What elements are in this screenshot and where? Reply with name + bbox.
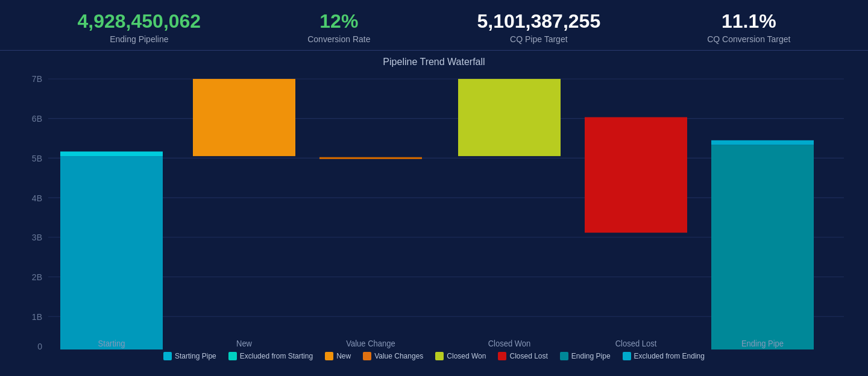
legend-ending-pipe: Ending Pipe xyxy=(560,352,611,360)
legend-label-starting-pipe: Starting Pipe xyxy=(175,352,216,360)
svg-text:1B: 1B xyxy=(32,312,42,322)
svg-text:Ending Pipe: Ending Pipe xyxy=(741,339,784,348)
legend: Starting Pipe Excluded from Starting New… xyxy=(12,352,856,360)
ending-pipe-bar xyxy=(711,145,814,350)
legend-color-new xyxy=(325,352,333,360)
legend-label-ending-pipe: Ending Pipe xyxy=(571,352,611,360)
metric-cq-conversion-target: 11.1% CQ Conversion Target xyxy=(707,11,790,44)
ending-pipeline-value: 4,928,450,062 xyxy=(78,11,201,32)
svg-text:0: 0 xyxy=(37,342,42,350)
legend-color-value-changes xyxy=(363,352,371,360)
chart-container: 7B 6B 5B 4B 3B 2B 1B 0 xyxy=(12,72,856,349)
legend-excluded-from-ending: Excluded from Ending xyxy=(623,352,705,360)
excluded-starting-bar xyxy=(60,152,163,157)
ending-pipeline-label: Ending Pipeline xyxy=(78,34,201,44)
legend-label-new: New xyxy=(336,352,351,360)
legend-label-value-changes: Value Changes xyxy=(374,352,423,360)
svg-text:6B: 6B xyxy=(32,114,42,124)
legend-label-excluded-ending: Excluded from Ending xyxy=(634,352,705,360)
waterfall-chart: 7B 6B 5B 4B 3B 2B 1B 0 xyxy=(12,72,856,349)
legend-label-closed-won: Closed Won xyxy=(447,352,486,360)
chart-title: Pipeline Trend Waterfall xyxy=(12,57,856,67)
cq-pipe-target-label: CQ Pipe Target xyxy=(477,34,601,44)
svg-text:3B: 3B xyxy=(32,233,42,243)
svg-text:Closed Lost: Closed Lost xyxy=(615,339,657,348)
starting-bar xyxy=(60,156,163,349)
metric-cq-pipe-target: 5,101,387,255 CQ Pipe Target xyxy=(477,11,601,44)
legend-excluded-from-starting: Excluded from Starting xyxy=(228,352,313,360)
excluded-ending-bar xyxy=(711,140,814,145)
legend-color-closed-won xyxy=(435,352,444,360)
legend-value-changes: Value Changes xyxy=(363,352,423,360)
legend-color-ending-pipe xyxy=(560,352,568,360)
cq-conversion-target-label: CQ Conversion Target xyxy=(707,34,790,44)
legend-closed-lost: Closed Lost xyxy=(498,352,547,360)
svg-text:Closed Won: Closed Won xyxy=(488,339,531,348)
svg-text:New: New xyxy=(236,339,252,348)
legend-label-excluded-starting: Excluded from Starting xyxy=(240,352,313,360)
legend-label-closed-lost: Closed Lost xyxy=(509,352,547,360)
legend-color-starting-pipe xyxy=(163,352,172,360)
metrics-bar: 4,928,450,062 Ending Pipeline 12% Conver… xyxy=(0,0,868,51)
conversion-rate-label: Conversion Rate xyxy=(307,34,370,44)
svg-text:4B: 4B xyxy=(32,193,42,203)
legend-color-excluded-starting xyxy=(228,352,237,360)
svg-text:Starting: Starting xyxy=(98,339,125,348)
conversion-rate-value: 12% xyxy=(307,11,370,32)
metric-ending-pipeline: 4,928,450,062 Ending Pipeline xyxy=(78,11,201,44)
closed-won-bar xyxy=(458,79,561,156)
legend-new: New xyxy=(325,352,351,360)
chart-section: Pipeline Trend Waterfall 7B 6B 5B 4B 3B … xyxy=(0,51,868,363)
cq-conversion-target-value: 11.1% xyxy=(707,11,790,32)
svg-text:2B: 2B xyxy=(32,272,42,283)
metric-conversion-rate: 12% Conversion Rate xyxy=(307,11,370,44)
cq-pipe-target-value: 5,101,387,255 xyxy=(477,11,601,32)
new-bar xyxy=(193,79,295,156)
svg-text:Value Change: Value Change xyxy=(346,339,395,348)
legend-color-excluded-ending xyxy=(623,352,631,360)
legend-starting-pipe: Starting Pipe xyxy=(163,352,216,360)
legend-color-closed-lost xyxy=(498,352,506,360)
closed-lost-bar xyxy=(585,118,687,233)
svg-text:5B: 5B xyxy=(32,153,42,163)
legend-closed-won: Closed Won xyxy=(435,352,486,360)
svg-text:7B: 7B xyxy=(32,74,42,84)
